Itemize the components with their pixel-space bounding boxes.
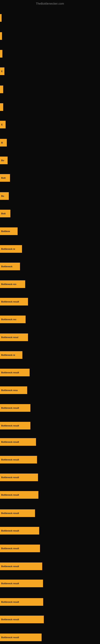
- bar-label: Bottleneck result: [1, 618, 19, 621]
- bar-label: Bottleneck result: [1, 636, 19, 638]
- bar-label: Bottleneck result: [1, 300, 19, 303]
- bar-label: Bottleneck result: [1, 407, 19, 409]
- chart-area: TheBottlenecker.com EEBBoBottBoBottBottl…: [0, 0, 100, 644]
- bar-item: Bottleneck result: [0, 527, 39, 534]
- bar-item: Bottleneck result: [0, 580, 43, 587]
- bar-item: Bottleneck result: [0, 456, 37, 464]
- bar-item: Bottlene: [0, 228, 18, 235]
- bar-item: Bottleneck result: [0, 491, 38, 499]
- bar-item: Bottleneck result: [0, 598, 43, 606]
- bar-item: Bottleneck result: [0, 509, 35, 517]
- bar-item: Bott: [0, 210, 10, 217]
- bar-label: Bottleneck res: [1, 283, 16, 285]
- bar-label: Bottleneck result: [1, 547, 19, 550]
- bar-item: Bottleneck result: [0, 298, 28, 306]
- bar-label: Bottleneck result: [1, 476, 19, 478]
- bar-item: [0, 32, 2, 40]
- bar-item: Bottleneck result: [0, 474, 38, 481]
- bar-label: Bottleneck result: [1, 371, 19, 374]
- bar-label: E: [1, 70, 2, 72]
- bar-item: Bottleneck result: [0, 369, 30, 376]
- bar-label: E: [1, 123, 2, 126]
- bar-item: E: [0, 68, 4, 75]
- bar-item: B: [0, 139, 7, 146]
- bar-label: Bottleneck re: [1, 354, 15, 356]
- bar-label: Bott: [1, 177, 6, 179]
- bar-item: Bottleneck result: [0, 438, 36, 446]
- bar-label: Bottleneck re: [1, 248, 15, 250]
- bar-item: E: [0, 121, 6, 128]
- bar-label: Bottleneck result: [1, 441, 19, 443]
- bar-label: Bo: [1, 159, 4, 162]
- bar-item: Bottleneck res: [0, 280, 25, 288]
- bar-label: Bottleneck result: [1, 530, 19, 532]
- bar-label: Bottleneck resu: [1, 389, 18, 392]
- bar-item: Bottleneck result: [0, 422, 30, 430]
- bar-item: Bott: [0, 174, 10, 182]
- bar-label: Bottleneck result: [1, 458, 19, 461]
- bar-item: [0, 86, 3, 93]
- bar-label: Bottleneck result: [1, 582, 19, 585]
- bar-item: Bottleneck result: [0, 562, 42, 570]
- bar-label: Bottlene: [1, 230, 10, 232]
- bar-item: Bottleneck re: [0, 351, 22, 359]
- bar-item: Bottleneck res: [0, 316, 26, 323]
- bar-item: Bottleneck resul: [0, 334, 28, 341]
- bar-item: Bottleneck: [0, 263, 20, 270]
- bar-item: Bottleneck result: [0, 616, 44, 623]
- bar-label: Bottleneck result: [1, 424, 19, 427]
- bar-item: [0, 50, 2, 58]
- bar-item: Bo: [0, 156, 8, 164]
- bar-item: Bottleneck result: [0, 544, 40, 552]
- bar-item: [0, 103, 3, 111]
- bar-label: Bottleneck resul: [1, 336, 18, 338]
- bar-label: Bottleneck result: [1, 494, 19, 496]
- bar-item: Bottleneck resu: [0, 386, 27, 394]
- bar-label: Bottleneck: [1, 265, 12, 268]
- bar-label: Bott: [1, 212, 6, 215]
- bar-item: Bottleneck re: [0, 245, 22, 253]
- bar-item: [0, 14, 1, 22]
- bar-label: Bottleneck res: [1, 318, 16, 320]
- bar-item: Bottleneck result: [0, 634, 42, 641]
- bar-label: Bottleneck result: [1, 512, 19, 514]
- bar-label: Bottleneck result: [1, 565, 19, 568]
- bar-item: Bo: [0, 192, 9, 200]
- site-title: TheBottlenecker.com: [0, 0, 100, 6]
- bar-item: Bottleneck result: [0, 404, 30, 412]
- bar-label: Bottleneck result: [1, 601, 19, 603]
- bar-label: Bo: [1, 195, 4, 197]
- bar-label: B: [1, 142, 3, 144]
